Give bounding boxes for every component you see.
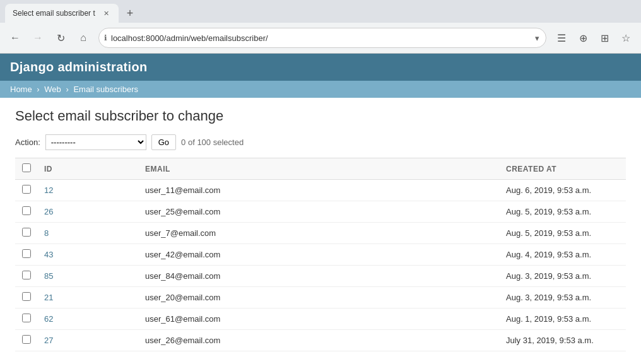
home-button[interactable]: ⌂	[73, 28, 93, 48]
row-checkbox[interactable]	[22, 228, 31, 237]
nav-bar: ← → ↻ ⌂ ℹ ▾ ☰ ⊕ ⊞ ☆	[0, 23, 641, 53]
breadcrumb-sep-2: ›	[66, 85, 68, 94]
breadcrumb-home[interactable]: Home	[10, 85, 32, 94]
header-row: ID EMAIL CREATED AT	[15, 158, 626, 180]
bookmarks-button[interactable]: ☰	[551, 28, 572, 48]
django-header: Django administration	[0, 54, 641, 81]
row-checkbox[interactable]	[22, 335, 31, 344]
browser-chrome: Select email subscriber t ✕ + ← → ↻ ⌂ ℹ …	[0, 0, 641, 54]
row-id-link[interactable]: 27	[44, 336, 53, 345]
row-id-cell: 12	[38, 180, 139, 201]
action-label: Action:	[15, 138, 40, 147]
row-checkbox[interactable]	[22, 292, 31, 301]
tab-bar: Select email subscriber t ✕ +	[0, 0, 641, 23]
table-row: 26 user_25@email.com Aug. 5, 2019, 9:53 …	[15, 201, 626, 223]
row-email-cell: user_11@email.com	[139, 180, 500, 201]
row-id-cell: 26	[38, 201, 139, 223]
row-checkbox-cell	[15, 308, 38, 330]
breadcrumb-bar: Home › Web › Email subscribers	[0, 81, 641, 98]
bookmark-star-icon[interactable]: ▾	[534, 32, 541, 44]
row-checkbox-cell	[15, 223, 38, 244]
page-title: Select email subscriber to change	[15, 108, 626, 124]
address-bar[interactable]: ℹ ▾	[98, 28, 546, 48]
extensions-button[interactable]: ⊞	[594, 28, 615, 48]
main-content: Select email subscriber to change Action…	[0, 98, 641, 361]
row-id-cell: 8	[38, 223, 139, 244]
go-button[interactable]: Go	[151, 134, 176, 150]
row-id-link[interactable]: 43	[44, 250, 53, 259]
breadcrumb-current: Email subscribers	[73, 85, 138, 94]
row-created-at-cell: Aug. 3, 2019, 9:53 a.m.	[500, 287, 626, 308]
table-row: 85 user_84@email.com Aug. 3, 2019, 9:53 …	[15, 266, 626, 287]
row-checkbox[interactable]	[22, 249, 31, 258]
active-tab[interactable]: Select email subscriber t ✕	[5, 4, 119, 23]
action-bar: Action: --------- Go 0 of 100 selected	[15, 134, 626, 150]
row-id-cell: 43	[38, 244, 139, 266]
forward-button[interactable]: →	[28, 28, 48, 48]
row-id-link[interactable]: 26	[44, 207, 53, 216]
star-button[interactable]: ☆	[616, 28, 636, 48]
row-created-at-cell: July 31, 2019, 9:53 a.m.	[500, 330, 626, 351]
row-email-cell: user_20@email.com	[139, 287, 500, 308]
row-created-at-cell: Aug. 5, 2019, 9:53 a.m.	[500, 223, 626, 244]
row-created-at-cell: Aug. 4, 2019, 9:53 a.m.	[500, 244, 626, 266]
row-id-link[interactable]: 21	[44, 293, 53, 302]
row-checkbox[interactable]	[22, 271, 31, 279]
tab-close-button[interactable]: ✕	[101, 8, 111, 18]
row-id-cell: 85	[38, 266, 139, 287]
shield-button[interactable]: ⊕	[573, 28, 593, 48]
col-header-email: EMAIL	[139, 158, 500, 180]
row-checkbox-cell	[15, 180, 38, 201]
selected-count: 0 of 100 selected	[181, 138, 244, 147]
row-email-cell: user_25@email.com	[139, 201, 500, 223]
row-created-at-cell: Aug. 3, 2019, 9:53 a.m.	[500, 266, 626, 287]
row-id-link[interactable]: 12	[44, 185, 53, 195]
row-email-cell: user_61@email.com	[139, 308, 500, 330]
new-tab-button[interactable]: +	[121, 4, 139, 22]
address-right-icons: ▾	[534, 32, 541, 44]
row-checkbox[interactable]	[22, 185, 31, 194]
row-checkbox-cell	[15, 287, 38, 308]
row-created-at-cell: Aug. 1, 2019, 9:53 a.m.	[500, 308, 626, 330]
table-body: 12 user_11@email.com Aug. 6, 2019, 9:53 …	[15, 180, 626, 351]
row-checkbox[interactable]	[22, 314, 31, 322]
row-email-cell: user_7@email.com	[139, 223, 500, 244]
breadcrumb-web[interactable]: Web	[44, 85, 61, 94]
table-row: 21 user_20@email.com Aug. 3, 2019, 9:53 …	[15, 287, 626, 308]
table-header: ID EMAIL CREATED AT	[15, 158, 626, 180]
row-checkbox-cell	[15, 266, 38, 287]
col-header-created-at: CREATED AT	[500, 158, 626, 180]
row-checkbox[interactable]	[22, 206, 31, 215]
table-row: 43 user_42@email.com Aug. 4, 2019, 9:53 …	[15, 244, 626, 266]
row-id-cell: 27	[38, 330, 139, 351]
row-email-cell: user_84@email.com	[139, 266, 500, 287]
lock-icon: ℹ	[104, 33, 107, 42]
row-email-cell: user_26@email.com	[139, 330, 500, 351]
row-id-link[interactable]: 62	[44, 314, 53, 324]
col-header-checkbox	[15, 158, 38, 180]
row-checkbox-cell	[15, 330, 38, 351]
row-id-link[interactable]: 8	[44, 228, 49, 238]
browser-actions: ☰ ⊕ ⊞ ☆	[551, 28, 636, 48]
row-id-cell: 62	[38, 308, 139, 330]
results-table: ID EMAIL CREATED AT 12 user_11@email.com…	[15, 158, 626, 351]
tab-title: Select email subscriber t	[13, 9, 97, 18]
row-created-at-cell: Aug. 6, 2019, 9:53 a.m.	[500, 180, 626, 201]
row-created-at-cell: Aug. 5, 2019, 9:53 a.m.	[500, 201, 626, 223]
action-select[interactable]: ---------	[45, 134, 146, 150]
table-row: 62 user_61@email.com Aug. 1, 2019, 9:53 …	[15, 308, 626, 330]
row-id-link[interactable]: 85	[44, 271, 53, 281]
row-checkbox-cell	[15, 244, 38, 266]
select-all-checkbox[interactable]	[22, 163, 31, 172]
row-checkbox-cell	[15, 201, 38, 223]
row-email-cell: user_42@email.com	[139, 244, 500, 266]
breadcrumb-sep-1: ›	[37, 85, 39, 94]
django-title: Django administration	[10, 60, 631, 74]
reload-button[interactable]: ↻	[50, 28, 71, 48]
row-id-cell: 21	[38, 287, 139, 308]
table-row: 12 user_11@email.com Aug. 6, 2019, 9:53 …	[15, 180, 626, 201]
back-button[interactable]: ←	[5, 28, 25, 48]
table-row: 27 user_26@email.com July 31, 2019, 9:53…	[15, 330, 626, 351]
col-header-id: ID	[38, 158, 139, 180]
address-input[interactable]	[111, 33, 530, 43]
